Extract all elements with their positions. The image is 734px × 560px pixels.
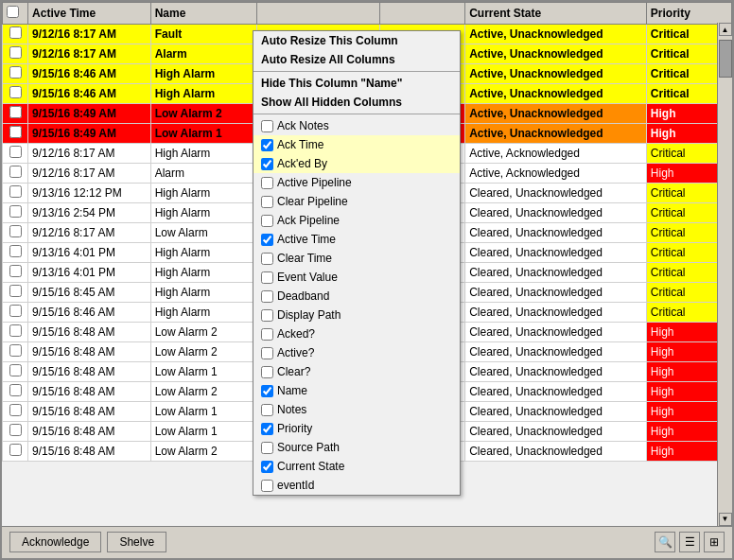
list-icon-btn[interactable]: ☰ [679, 532, 700, 552]
scroll-down-arrow[interactable]: ▼ [719, 513, 732, 526]
row-check[interactable] [3, 402, 28, 422]
context-menu-checkbox-item[interactable]: Active Pipeline [253, 173, 460, 192]
scroll-up-arrow[interactable]: ▲ [719, 23, 732, 36]
acknowledge-button[interactable]: Acknowledge [9, 532, 101, 552]
row-checkbox[interactable] [9, 245, 22, 257]
context-menu-checkbox[interactable] [261, 234, 273, 246]
col-header-name[interactable]: Name [150, 3, 257, 25]
context-menu-checkbox[interactable] [261, 404, 273, 416]
row-checkbox[interactable] [9, 205, 22, 218]
row-check[interactable] [3, 44, 28, 64]
context-menu-checkbox[interactable] [261, 196, 273, 208]
context-menu-checkbox[interactable] [261, 423, 273, 435]
context-menu-action[interactable]: Hide This Column "Name" [253, 74, 460, 93]
context-menu-checkbox-item[interactable]: Ack Notes [253, 116, 460, 135]
row-checkbox[interactable] [9, 305, 22, 317]
row-checkbox[interactable] [9, 444, 22, 456]
row-check[interactable] [3, 303, 28, 323]
context-menu-checkbox-item[interactable]: Name [253, 381, 460, 400]
col-header-priority[interactable]: Priority [646, 3, 731, 25]
row-checkbox[interactable] [9, 424, 22, 436]
row-checkbox[interactable] [9, 344, 22, 357]
scrollbar-thumb[interactable] [719, 40, 732, 78]
context-menu-checkbox[interactable] [261, 120, 273, 132]
row-checkbox[interactable] [9, 106, 22, 118]
context-menu-checkbox-item[interactable]: Current State [253, 457, 460, 476]
context-menu[interactable]: Auto Resize This ColumnAuto Resize All C… [253, 30, 461, 496]
context-menu-action[interactable]: Auto Resize This Column [253, 31, 460, 50]
select-all-checkbox[interactable] [7, 6, 19, 18]
row-check[interactable] [3, 223, 28, 243]
row-checkbox[interactable] [9, 26, 22, 39]
context-menu-checkbox[interactable] [261, 215, 273, 227]
row-checkbox[interactable] [9, 225, 22, 237]
row-checkbox[interactable] [9, 66, 22, 79]
row-check[interactable] [3, 442, 28, 462]
context-menu-checkbox-item[interactable]: Deadband [253, 287, 460, 306]
row-check[interactable] [3, 64, 28, 84]
scrollbar-track[interactable]: ▲ ▼ [717, 23, 732, 526]
context-menu-checkbox[interactable] [261, 253, 273, 265]
row-checkbox[interactable] [9, 265, 22, 277]
context-menu-checkbox[interactable] [261, 139, 273, 151]
col-header-ack-time[interactable] [257, 3, 380, 25]
row-check[interactable] [3, 203, 28, 223]
row-check[interactable] [3, 323, 28, 342]
context-menu-checkbox-item[interactable]: eventId [253, 476, 460, 495]
context-menu-checkbox[interactable] [261, 480, 273, 492]
row-check[interactable] [3, 25, 28, 44]
context-menu-checkbox[interactable] [261, 158, 273, 170]
row-check[interactable] [3, 342, 28, 362]
context-menu-checkbox-item[interactable]: Acked? [253, 324, 460, 343]
context-menu-checkbox-item[interactable]: Clear Pipeline [253, 192, 460, 211]
grid-icon-btn[interactable]: ⊞ [704, 532, 725, 552]
row-check[interactable] [3, 164, 28, 184]
row-checkbox[interactable] [9, 146, 22, 158]
context-menu-checkbox-item[interactable]: Ack Time [253, 135, 460, 154]
context-menu-checkbox[interactable] [261, 328, 273, 341]
col-header-active-time[interactable]: Active Time [28, 3, 151, 25]
col-header-current-state[interactable]: Current State [465, 3, 647, 25]
context-menu-checkbox[interactable] [261, 385, 273, 397]
context-menu-checkbox[interactable] [261, 366, 273, 378]
context-menu-checkbox-item[interactable]: Active? [253, 343, 460, 362]
row-check[interactable] [3, 362, 28, 382]
row-check[interactable] [3, 263, 28, 283]
context-menu-checkbox-item[interactable]: Ack'ed By [253, 154, 460, 173]
col-header-check[interactable] [3, 3, 28, 25]
row-checkbox[interactable] [9, 285, 22, 297]
context-menu-checkbox-item[interactable]: Event Value [253, 268, 460, 287]
row-checkbox[interactable] [9, 126, 22, 138]
row-check[interactable] [3, 243, 28, 263]
context-menu-checkbox-item[interactable]: Source Path [253, 438, 460, 457]
context-menu-checkbox-item[interactable]: Notes [253, 400, 460, 419]
row-checkbox[interactable] [9, 364, 22, 376]
row-check[interactable] [3, 184, 28, 203]
context-menu-action[interactable]: Show All Hidden Columns [253, 93, 460, 112]
context-menu-checkbox[interactable] [261, 442, 273, 454]
row-checkbox[interactable] [9, 86, 22, 98]
context-menu-checkbox[interactable] [261, 177, 273, 189]
context-menu-checkbox-item[interactable]: Clear? [253, 362, 460, 381]
context-menu-checkbox-item[interactable]: Display Path [253, 306, 460, 324]
context-menu-checkbox[interactable] [261, 347, 273, 359]
row-checkbox[interactable] [9, 384, 22, 396]
row-checkbox[interactable] [9, 166, 22, 178]
context-menu-checkbox-item[interactable]: Clear Time [253, 249, 460, 268]
context-menu-checkbox-item[interactable]: Priority [253, 419, 460, 438]
row-checkbox[interactable] [9, 404, 22, 416]
row-checkbox[interactable] [9, 185, 22, 198]
row-checkbox[interactable] [9, 324, 22, 337]
context-menu-action[interactable]: Auto Resize All Columns [253, 50, 460, 69]
shelve-button[interactable]: Shelve [107, 532, 166, 552]
row-check[interactable] [3, 283, 28, 303]
search-icon-btn[interactable]: 🔍 [655, 532, 675, 552]
context-menu-checkbox[interactable] [261, 309, 273, 322]
context-menu-checkbox[interactable] [261, 271, 273, 284]
row-check[interactable] [3, 84, 28, 104]
row-check[interactable] [3, 104, 28, 124]
context-menu-checkbox[interactable] [261, 290, 273, 303]
context-menu-checkbox-item[interactable]: Active Time [253, 230, 460, 249]
row-check[interactable] [3, 124, 28, 144]
row-check[interactable] [3, 422, 28, 442]
